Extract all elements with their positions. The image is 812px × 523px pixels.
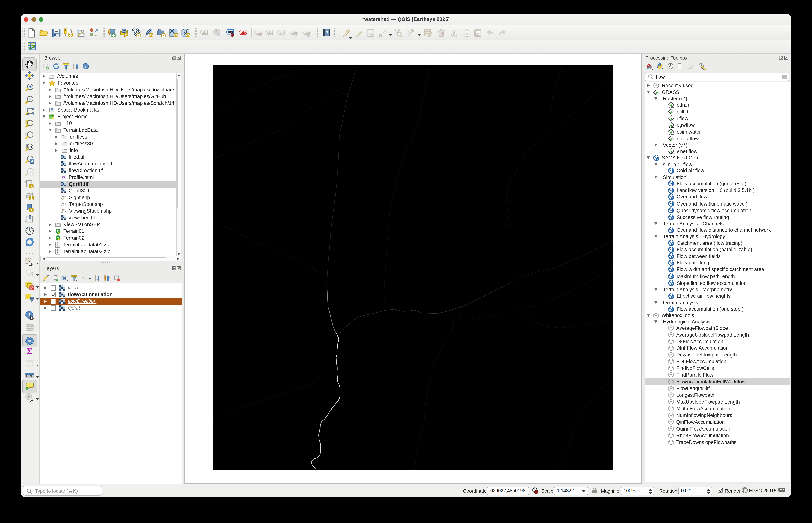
svg-text:i: i — [29, 312, 30, 318]
svg-text:i: i — [85, 64, 87, 69]
svg-text:1:1: 1:1 — [28, 145, 33, 149]
svg-text:Σ: Σ — [27, 346, 33, 356]
svg-text:abc: abc — [241, 31, 247, 34]
svg-text:ε: ε — [82, 275, 84, 281]
svg-text:abc: abc — [305, 31, 311, 34]
svg-text:?: ? — [325, 30, 329, 36]
svg-text:abc: abc — [202, 31, 208, 34]
svg-text:a: a — [95, 32, 98, 37]
